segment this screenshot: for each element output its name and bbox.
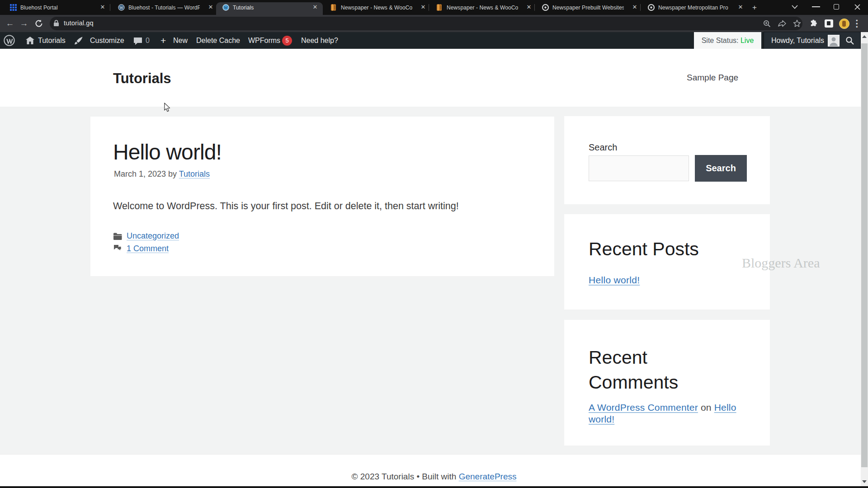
svg-text:W: W xyxy=(224,5,228,10)
svg-text:W: W xyxy=(119,5,123,10)
